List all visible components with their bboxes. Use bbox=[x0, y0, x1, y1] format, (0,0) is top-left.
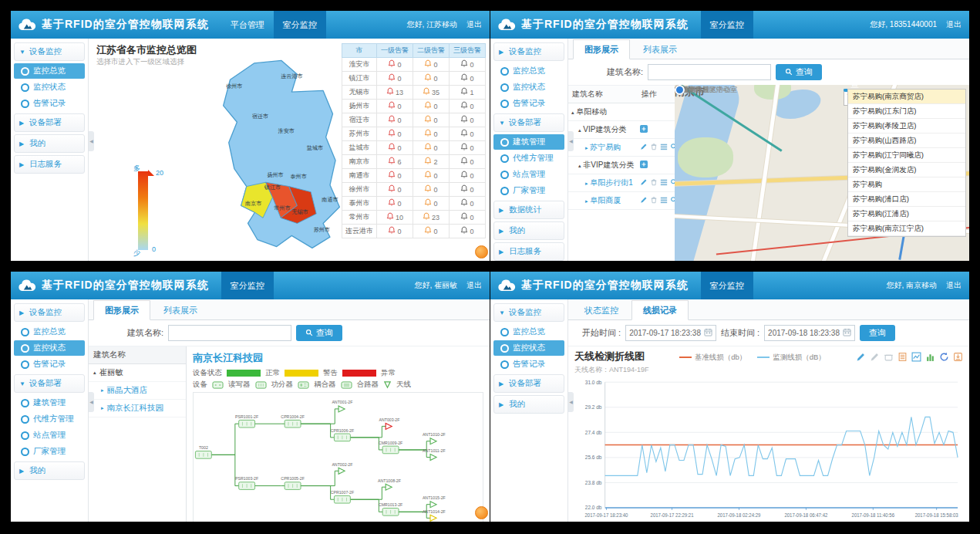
nav-item-室分监控[interactable]: 室分监控 bbox=[701, 11, 753, 39]
tree-row[interactable]: ▸ 阜阳步行街1 bbox=[568, 174, 681, 192]
floating-help-button[interactable] bbox=[475, 506, 488, 519]
caret-open-icon[interactable]: ▴ bbox=[578, 163, 581, 168]
table-row[interactable]: 宿迁市000 bbox=[342, 113, 486, 127]
sidebar-item-告警记录[interactable]: 告警记录 bbox=[493, 357, 564, 372]
table-row[interactable]: 徐州市000 bbox=[342, 183, 486, 197]
table-row[interactable]: 连云港市000 bbox=[342, 225, 486, 238]
end-time-input[interactable]: 2017-09-18 18:23:38 bbox=[764, 325, 855, 341]
caret-closed-icon[interactable]: ▸ bbox=[585, 181, 588, 186]
sidebar-item-厂家管理[interactable]: 厂家管理 bbox=[14, 444, 85, 459]
floating-help-button[interactable] bbox=[475, 245, 488, 259]
calendar-icon[interactable] bbox=[704, 328, 712, 338]
sidebar-item-代维方管理[interactable]: 代维方管理 bbox=[493, 150, 564, 166]
nav-item-室分监控[interactable]: 室分监控 bbox=[274, 11, 326, 39]
sidebar-collapse-handle[interactable]: ◀ bbox=[89, 131, 94, 151]
table-row[interactable]: 常州市10230 bbox=[342, 211, 486, 225]
search-result-item[interactable]: 苏宁易购(金润发店) bbox=[848, 163, 965, 177]
unmark-icon[interactable] bbox=[870, 351, 880, 361]
sidebar-item-告警记录[interactable]: 告警记录 bbox=[14, 96, 85, 111]
table-row[interactable]: 苏州市000 bbox=[342, 127, 486, 141]
edit-icon[interactable] bbox=[640, 143, 648, 152]
search-result-item[interactable]: 苏宁易购(江东门店) bbox=[848, 104, 965, 119]
sidebar-item-监控总览[interactable]: 监控总览 bbox=[493, 63, 564, 79]
caret-closed-icon[interactable]: ▸ bbox=[585, 145, 588, 150]
search-result-item[interactable]: 苏宁易购(山西路店) bbox=[848, 134, 965, 148]
table-row[interactable]: 无锡市13351 bbox=[342, 86, 486, 100]
sidebar-item-监控状态[interactable]: 监控状态 bbox=[493, 79, 564, 95]
city-map[interactable]: 南京国际展览中心玄武湖公园南京市紫金山梅园新村龙蟠中路社区活动室 苏宁易购 查询… bbox=[675, 85, 969, 261]
sidebar-group-数据统计[interactable]: ▶数据统计 bbox=[493, 201, 564, 219]
search-result-item[interactable]: 苏宁易购(南京江宁店) bbox=[848, 221, 965, 236]
sidebar-group-设备监控[interactable]: ▼设备监控 bbox=[14, 42, 85, 61]
sidebar-collapse-handle[interactable]: ◀ bbox=[568, 131, 574, 151]
table-row[interactable]: 南京市620 bbox=[342, 155, 486, 169]
sidebar-item-告警记录[interactable]: 告警记录 bbox=[493, 96, 564, 111]
sidebar-item-站点管理[interactable]: 站点管理 bbox=[14, 428, 85, 443]
building-name-input[interactable] bbox=[168, 325, 291, 341]
sidebar-item-监控状态[interactable]: 监控状态 bbox=[14, 79, 85, 95]
search-result-item[interactable]: 苏宁易购(江浦店) bbox=[848, 207, 965, 221]
grid-icon[interactable] bbox=[660, 178, 668, 188]
sidebar-item-告警记录[interactable]: 告警记录 bbox=[14, 357, 85, 372]
sidebar-group-日志服务[interactable]: ▶日志服务 bbox=[14, 155, 85, 174]
tree-row[interactable]: ▴ 阜阳移动 bbox=[568, 103, 681, 121]
tree-row[interactable]: ▴ VIP建筑分类 bbox=[568, 121, 681, 139]
tab-图形展示[interactable]: 图形展示 bbox=[93, 300, 150, 320]
logout-link[interactable]: 退出 bbox=[946, 19, 961, 30]
sidebar-group-设备部署[interactable]: ▶设备部署 bbox=[14, 113, 85, 132]
bar-chart-icon[interactable] bbox=[925, 351, 935, 361]
grid-icon[interactable] bbox=[660, 143, 668, 152]
sidebar-item-建筑管理[interactable]: 建筑管理 bbox=[493, 134, 564, 150]
table-row[interactable]: 淮安市000 bbox=[342, 58, 486, 72]
sidebar-collapse-handle[interactable]: ◀ bbox=[568, 392, 574, 412]
restore-icon[interactable] bbox=[939, 351, 949, 361]
table-row[interactable]: 扬州市000 bbox=[342, 100, 486, 113]
sidebar-group-设备监控[interactable]: ▶设备监控 bbox=[493, 42, 564, 61]
query-button[interactable]: 查询 bbox=[776, 64, 822, 80]
sidebar-item-监控总览[interactable]: 监控总览 bbox=[14, 63, 85, 79]
search-result-item[interactable]: 苏宁易购(江宁同曦店) bbox=[848, 148, 965, 163]
sidebar-group-日志服务[interactable]: ▶日志服务 bbox=[493, 242, 564, 261]
logout-link[interactable]: 退出 bbox=[466, 280, 482, 291]
add-icon[interactable] bbox=[640, 125, 648, 134]
sidebar-group-设备部署[interactable]: ▼设备部署 bbox=[493, 113, 564, 132]
sidebar-group-我的[interactable]: ▶我的 bbox=[493, 221, 564, 240]
caret-closed-icon[interactable]: ▸ bbox=[585, 198, 588, 204]
table-row[interactable]: 泰州市000 bbox=[342, 197, 486, 211]
tab-图形展示[interactable]: 图形展示 bbox=[573, 39, 630, 59]
sidebar-item-监控状态[interactable]: 监控状态 bbox=[493, 340, 564, 356]
save-image-icon[interactable] bbox=[953, 351, 963, 361]
sidebar-item-厂家管理[interactable]: 厂家管理 bbox=[493, 183, 564, 198]
data-view-icon[interactable] bbox=[897, 351, 908, 361]
tree-row[interactable]: ▸ 阜阳商厦 bbox=[568, 192, 681, 210]
delete-icon[interactable] bbox=[650, 196, 658, 205]
caret-open-icon[interactable]: ▴ bbox=[578, 127, 581, 133]
nav-item-室分监控[interactable]: 室分监控 bbox=[701, 272, 753, 299]
line-loss-chart[interactable]: 22.0 db23.8 db25.6 db27.4 db29.2 db31.0 … bbox=[574, 375, 963, 522]
logout-link[interactable]: 退出 bbox=[466, 19, 482, 30]
building-name-input[interactable] bbox=[648, 64, 771, 80]
sidebar-group-我的[interactable]: ▶我的 bbox=[493, 395, 564, 414]
nav-item-室分监控[interactable]: 室分监控 bbox=[221, 272, 274, 299]
sidebar-group-我的[interactable]: ▶我的 bbox=[14, 461, 85, 480]
sidebar-item-代维方管理[interactable]: 代维方管理 bbox=[14, 411, 85, 427]
logout-link[interactable]: 退出 bbox=[946, 280, 961, 291]
tab-列表展示[interactable]: 列表展示 bbox=[631, 39, 689, 59]
search-result-item[interactable]: 苏宁易购 bbox=[848, 177, 965, 192]
tree-row[interactable]: ▸ 苏宁易购 bbox=[568, 139, 681, 157]
sidebar-item-建筑管理[interactable]: 建筑管理 bbox=[14, 395, 85, 411]
search-result-item[interactable]: 苏宁易购(孝陵卫店) bbox=[848, 119, 965, 134]
sidebar-group-我的[interactable]: ▶我的 bbox=[14, 134, 85, 153]
clear-icon[interactable] bbox=[884, 351, 894, 361]
add-icon[interactable] bbox=[640, 161, 648, 170]
search-result-item[interactable]: 苏宁易购(南京商贸店) bbox=[848, 90, 965, 104]
query-button[interactable]: 查询 bbox=[296, 325, 342, 341]
sidebar-group-设备监控[interactable]: ▼设备监控 bbox=[493, 303, 564, 322]
search-result-item[interactable]: 苏宁易购(浦口店) bbox=[848, 192, 965, 207]
legend-item[interactable]: 基准线损（db） bbox=[679, 353, 747, 363]
nav-item-平台管理[interactable]: 平台管理 bbox=[221, 11, 274, 39]
tree-item-南京长江科技园[interactable]: ▸南京长江科技园 bbox=[89, 400, 186, 417]
tab-列表展示[interactable]: 列表展示 bbox=[152, 300, 209, 319]
sidebar-group-设备部署[interactable]: ▶设备部署 bbox=[493, 374, 564, 393]
sidebar-item-监控总览[interactable]: 监控总览 bbox=[14, 324, 85, 340]
